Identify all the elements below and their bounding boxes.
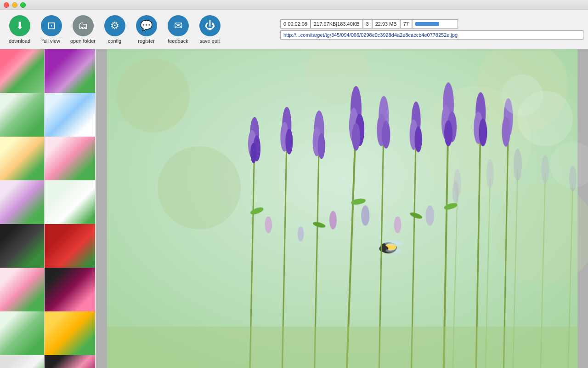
thumbnail-left[interactable] [0, 137, 45, 180]
svg-point-63 [329, 211, 337, 230]
progress-bar [415, 22, 439, 26]
openfolder-icon: 🗂 [73, 15, 94, 36]
thumbnail-left[interactable] [0, 49, 45, 93]
openfolder-button[interactable]: 🗂open folder [68, 12, 98, 47]
main-image [96, 49, 588, 368]
thumbnail-right[interactable] [45, 311, 95, 355]
status-count: 3 [363, 19, 372, 29]
config-button[interactable]: ⚙config [100, 12, 130, 47]
svg-point-13 [514, 149, 522, 181]
thumbnail-right[interactable] [45, 180, 95, 224]
thumbnail-left[interactable] [0, 355, 45, 368]
thumbnail-left[interactable] [0, 93, 45, 137]
svg-point-9 [452, 181, 459, 204]
status-size: 217.97KB|183.40KB [311, 19, 363, 29]
feedback-icon: ✉ [168, 15, 189, 36]
save-button[interactable]: ⏻save quit [195, 12, 225, 47]
svg-point-22 [250, 143, 257, 163]
sidebar[interactable] [0, 49, 96, 368]
svg-point-11 [486, 159, 493, 189]
register-icon: 💬 [136, 15, 157, 36]
fullview-icon: ⊡ [41, 15, 62, 36]
fullview-button[interactable]: ⊡full view [36, 12, 66, 47]
thumbnail-right[interactable] [45, 137, 95, 180]
status-time: 0 00:02:08 [280, 19, 311, 29]
svg-point-64 [361, 205, 369, 225]
svg-point-53 [444, 121, 452, 146]
svg-point-66 [426, 205, 434, 225]
svg-point-44 [382, 121, 390, 149]
save-icon: ⏻ [199, 15, 220, 36]
svg-point-26 [285, 129, 293, 155]
svg-point-15 [542, 155, 549, 183]
thumbnail-row[interactable] [0, 268, 96, 311]
thumbnail-row[interactable] [0, 224, 96, 268]
svg-point-60 [502, 116, 510, 147]
thumbnail-row[interactable] [0, 137, 96, 180]
thumbnail-row[interactable] [0, 93, 96, 137]
thumbnail-row[interactable] [0, 311, 96, 355]
thumbnail-row[interactable] [0, 355, 96, 368]
thumbnail-right[interactable] [45, 93, 95, 137]
status-url: http://...com/target/tg/345/094/066/0298… [280, 30, 583, 40]
minimize-button[interactable] [12, 2, 17, 8]
thumbnail-row[interactable] [0, 180, 96, 224]
svg-point-48 [415, 126, 422, 152]
download-icon: ⬇ [9, 15, 30, 36]
config-icon: ⚙ [104, 15, 125, 36]
maximize-button[interactable] [20, 2, 26, 8]
main-image-area [96, 49, 588, 368]
status-row-1: 0 00:02:08 217.97KB|183.40KB 3 22.93 MB … [280, 19, 583, 29]
svg-point-65 [394, 217, 401, 233]
thumbnail-right[interactable] [45, 355, 95, 368]
svg-rect-75 [107, 327, 577, 368]
status-disk: 22.93 MB [372, 19, 400, 29]
toolbar-status: 0 00:02:08 217.97KB|183.40KB 3 22.93 MB … [280, 10, 583, 49]
status-progress [412, 19, 458, 29]
download-label: download [9, 38, 30, 44]
fullview-label: full view [42, 38, 60, 44]
svg-point-74 [502, 75, 543, 116]
thumbnail-left[interactable] [0, 311, 45, 355]
thumbnail-left[interactable] [0, 224, 45, 268]
close-button[interactable] [4, 2, 9, 8]
feedback-label: feedback [168, 38, 188, 44]
main-content [0, 49, 588, 368]
config-label: config [108, 38, 121, 44]
svg-point-1 [116, 58, 190, 132]
thumbnail-row[interactable] [0, 49, 96, 93]
download-button[interactable]: ⬇download [5, 12, 34, 47]
svg-point-57 [479, 119, 487, 146]
openfolder-label: open folder [70, 38, 96, 44]
thumbnail-right[interactable] [45, 49, 95, 93]
svg-point-35 [352, 123, 360, 151]
traffic-lights [4, 2, 26, 8]
toolbar: ⬇download⊡full view🗂open folder⚙config💬r… [0, 10, 588, 49]
title-bar [0, 0, 588, 10]
url-row: http://...com/target/tg/345/094/066/0298… [280, 30, 583, 40]
svg-point-61 [265, 217, 272, 233]
svg-point-30 [318, 133, 325, 159]
register-button[interactable]: 💬register [131, 12, 161, 47]
thumbnail-right[interactable] [45, 268, 95, 311]
thumbnail-right[interactable] [45, 224, 95, 268]
save-label: save quit [199, 38, 220, 44]
svg-point-40 [385, 248, 402, 253]
svg-point-62 [298, 227, 304, 242]
svg-point-4 [158, 146, 241, 230]
thumbnail-left[interactable] [0, 180, 45, 224]
thumbnail-left[interactable] [0, 268, 45, 311]
svg-point-39 [384, 241, 403, 246]
status-number: 77 [400, 19, 412, 29]
feedback-button[interactable]: ✉feedback [163, 12, 193, 47]
register-label: register [138, 38, 155, 44]
